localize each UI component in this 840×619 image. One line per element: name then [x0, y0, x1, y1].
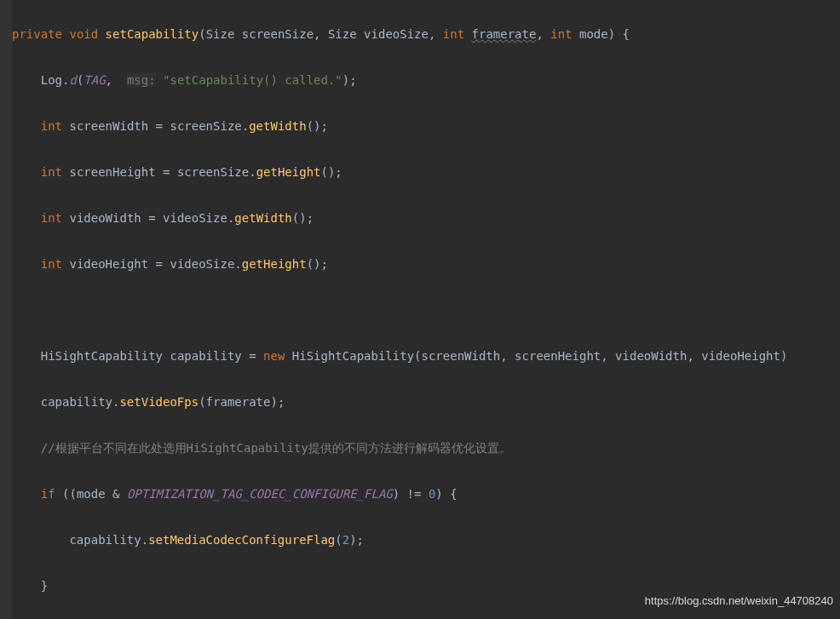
code-line: private void setCapability(Size screenSi… — [12, 23, 840, 46]
code-line: HiSightCapability capability = new HiSig… — [12, 345, 840, 368]
code-line: Log.d(TAG, msg: "setCapability() called.… — [12, 69, 840, 92]
code-line: int videoWidth = videoSize.getWidth(); — [12, 207, 840, 230]
code-line: capability.setVideoFps(framerate); — [12, 391, 840, 414]
code-line: int videoHeight = videoSize.getHeight(); — [12, 253, 840, 276]
code-editor[interactable]: private void setCapability(Size screenSi… — [0, 0, 840, 619]
code-line — [12, 299, 840, 322]
code-area[interactable]: private void setCapability(Size screenSi… — [12, 0, 840, 619]
code-line: int screenHeight = screenSize.getHeight(… — [12, 161, 840, 184]
watermark: https://blog.csdn.net/weixin_44708240 — [645, 589, 833, 612]
editor-gutter — [0, 0, 12, 619]
code-line: capability.setMediaCodecConfigureFlag(2)… — [12, 529, 840, 552]
code-line: //根据平台不同在此处选用HiSightCapability提供的不同方法进行解… — [12, 437, 840, 460]
code-line: int screenWidth = screenSize.getWidth(); — [12, 115, 840, 138]
code-line: if ((mode & OPTIMIZATION_TAG_CODEC_CONFI… — [12, 483, 840, 506]
